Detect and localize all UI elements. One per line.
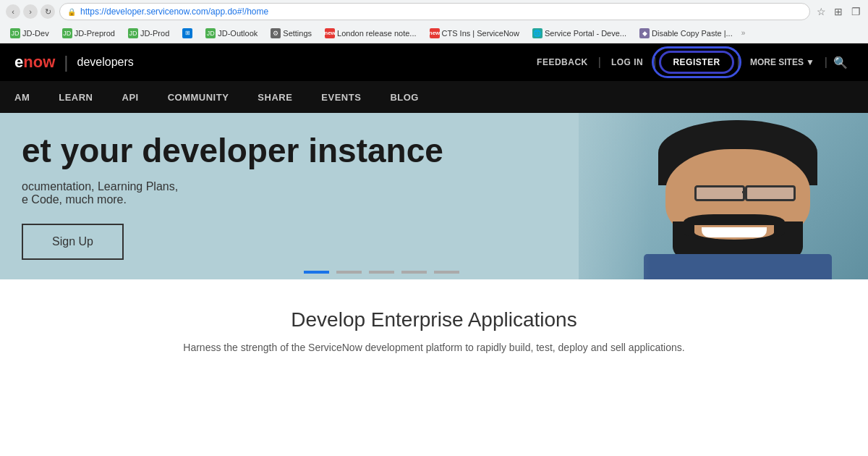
nav-item-am[interactable]: AM <box>0 81 44 113</box>
address-bar[interactable]: 🔒 https://developer.servicenow.com/app.d… <box>59 3 810 20</box>
browser-action-buttons: ☆ ⊞ ❐ <box>814 5 862 18</box>
bookmark-label: London release note... <box>337 29 416 38</box>
bookmark-label: JD-Outlook <box>218 29 258 38</box>
bookmark-jddev[interactable]: JD JD-Dev <box>6 27 54 40</box>
nav-item-events[interactable]: EVENTS <box>307 81 375 113</box>
lock-icon: 🔒 <box>67 8 76 16</box>
address-text: https://developer.servicenow.com/app.do#… <box>80 7 268 17</box>
bookmark-windows[interactable]: ⊞ <box>178 27 197 40</box>
dot-4[interactable] <box>401 271 427 274</box>
bookmark-serviceportal[interactable]: 🌐 Service Portal - Deve... <box>528 27 631 40</box>
more-sites-link[interactable]: MORE SITES ▼ <box>740 57 825 67</box>
bookmark-label: Service Portal - Deve... <box>545 29 626 38</box>
nav-item-learn[interactable]: LEARN <box>44 81 107 113</box>
bookmarks-more-icon[interactable]: » <box>741 29 746 37</box>
signup-button[interactable]: Sign Up <box>22 224 124 260</box>
bookmark-ctsins[interactable]: new CTS Ins | ServiceNow <box>425 27 524 40</box>
nav-item-community[interactable]: COMMUNITY <box>153 81 244 113</box>
bookmark-favicon: ◆ <box>639 28 650 38</box>
bookmark-favicon: ⊞ <box>182 28 192 38</box>
bookmark-favicon: JD <box>10 28 20 38</box>
dot-3[interactable] <box>369 271 394 274</box>
bookmark-favicon: JD <box>205 28 216 38</box>
bookmark-jdpreprod[interactable]: JD JD-Preprod <box>58 27 119 40</box>
logo-divider: | <box>64 52 68 72</box>
site-nav: AM LEARN API COMMUNITY SHARE EVENTS BLOG <box>0 81 868 113</box>
chevron-down-icon: ▼ <box>806 57 814 67</box>
hero-subtitle: ocumentation, Learning Plans, e Code, mu… <box>22 180 443 206</box>
header-right: FEEDBACK | LOG IN | REGISTER | MORE SITE… <box>527 51 854 74</box>
bookmark-jdprod[interactable]: JD JD-Prod <box>124 27 174 40</box>
bookmark-favicon: 🌐 <box>532 28 542 38</box>
logo-developers: developers <box>77 56 133 69</box>
more-sites-label: MORE SITES <box>750 57 804 67</box>
login-link[interactable]: LOG IN <box>601 57 653 67</box>
site-logo: enow | developers <box>14 52 134 72</box>
bookmark-favicon: new <box>325 28 335 38</box>
dot-2[interactable] <box>336 271 362 274</box>
register-button[interactable]: REGISTER <box>656 51 736 74</box>
bookmarks-bar: JD JD-Dev JD JD-Preprod JD JD-Prod ⊞ JD … <box>0 23 868 43</box>
restore-icon[interactable]: ❐ <box>849 5 862 18</box>
logo-now: now <box>23 53 55 71</box>
back-button[interactable]: ‹ <box>6 4 20 19</box>
hero-subtitle-line1: ocumentation, Learning Plans, <box>22 180 443 193</box>
hero-content: et your developer instance ocumentation,… <box>0 113 465 279</box>
bookmark-label: CTS Ins | ServiceNow <box>442 29 519 38</box>
nav-item-blog[interactable]: BLOG <box>375 81 433 113</box>
hero-section: et your developer instance ocumentation,… <box>0 113 868 279</box>
bookmark-jdoutlook[interactable]: JD JD-Outlook <box>201 27 262 40</box>
bookmark-favicon: new <box>430 28 440 38</box>
logo-e: e <box>14 53 23 71</box>
browser-toolbar: ‹ › ↻ 🔒 https://developer.servicenow.com… <box>0 0 868 23</box>
bookmark-label: JD-Prod <box>140 29 169 38</box>
main-content: Develop Enterprise Applications Harness … <box>0 279 868 370</box>
section-title: Develop Enterprise Applications <box>22 308 846 332</box>
nav-item-api[interactable]: API <box>108 81 153 113</box>
forward-button[interactable]: › <box>23 4 38 19</box>
bookmark-london[interactable]: new London release note... <box>320 27 420 40</box>
bookmark-label: Settings <box>283 29 312 38</box>
logo-enow: enow <box>14 53 55 72</box>
bookmark-favicon: JD <box>62 28 72 38</box>
hero-subtitle-line2: e Code, much more. <box>22 193 443 206</box>
hero-title-text: et your developer instance <box>22 132 443 169</box>
carousel-dots <box>304 271 459 274</box>
site-header: enow | developers FEEDBACK | LOG IN | RE… <box>0 43 868 81</box>
windows-icon[interactable]: ⊞ <box>832 5 845 18</box>
dot-1[interactable] <box>304 271 329 274</box>
bookmark-settings[interactable]: ⚙ Settings <box>266 27 316 40</box>
bookmark-label: JD-Preprod <box>75 29 115 38</box>
search-icon[interactable]: 🔍 <box>827 56 854 69</box>
refresh-button[interactable]: ↻ <box>41 4 55 19</box>
section-subtitle: Harness the strength of the ServiceNow d… <box>22 340 846 355</box>
hero-title: et your developer instance <box>22 132 443 169</box>
bookmark-label: Disable Copy Paste |... <box>652 29 733 38</box>
star-icon[interactable]: ☆ <box>814 5 827 18</box>
bookmark-favicon: JD <box>128 28 138 38</box>
bookmark-disablecopy[interactable]: ◆ Disable Copy Paste |... <box>635 27 737 40</box>
dot-5[interactable] <box>434 271 459 274</box>
bookmark-label: JD-Dev <box>22 29 49 38</box>
browser-nav-buttons: ‹ › ↻ <box>6 4 55 19</box>
bookmark-favicon: ⚙ <box>271 28 281 38</box>
feedback-link[interactable]: FEEDBACK <box>527 57 598 67</box>
hero-overlay <box>506 113 651 279</box>
register-btn[interactable]: REGISTER <box>659 51 733 74</box>
nav-item-share[interactable]: SHARE <box>243 81 307 113</box>
